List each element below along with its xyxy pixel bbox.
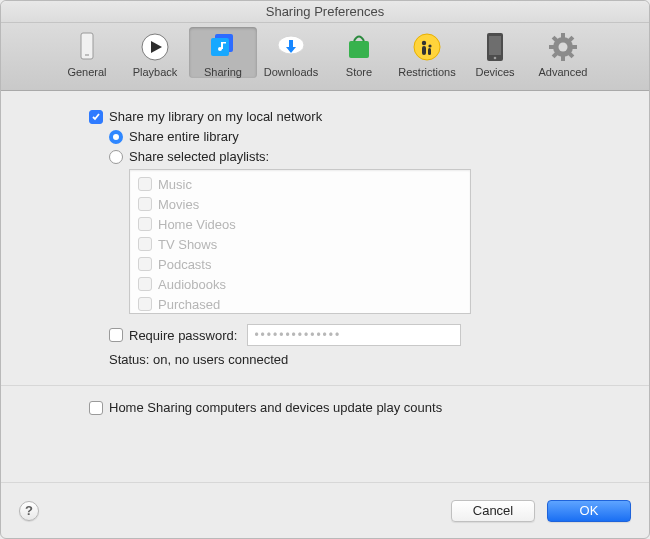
svg-rect-19	[489, 36, 501, 55]
playlist-label: Purchased	[158, 297, 220, 312]
playlist-label: Podcasts	[158, 257, 211, 272]
svg-rect-8	[222, 42, 226, 44]
radio-entire-row: Share entire library	[29, 129, 621, 144]
toolbar-item-store[interactable]: Store	[325, 27, 393, 78]
radio-selected-label: Share selected playlists:	[129, 149, 269, 164]
toolbar-item-advanced[interactable]: Advanced	[529, 27, 597, 78]
toolbar-label: Playback	[133, 66, 178, 78]
help-button[interactable]: ?	[19, 501, 39, 521]
playlist-list: Music Movies Home Videos TV Shows Podcas…	[129, 169, 471, 314]
playlist-label: Music	[158, 177, 192, 192]
share-library-row: Share my library on my local network	[29, 109, 621, 124]
share-library-label: Share my library on my local network	[109, 109, 322, 124]
preferences-window: Sharing Preferences General Playback	[0, 0, 650, 539]
toolbar-label: Devices	[475, 66, 514, 78]
gear-icon	[546, 30, 580, 64]
toolbar-item-restrictions[interactable]: Restrictions	[393, 27, 461, 78]
svg-point-15	[428, 44, 431, 47]
toolbar-item-general[interactable]: General	[53, 27, 121, 78]
svg-rect-17	[428, 48, 431, 55]
playlist-label: Home Videos	[158, 217, 236, 232]
password-input[interactable]	[247, 324, 461, 346]
playlist-checkbox	[138, 237, 152, 251]
playlist-item: Audiobooks	[138, 274, 462, 294]
toolbar: General Playback Sharing Downloads	[1, 23, 649, 91]
section-divider	[1, 385, 649, 386]
require-password-label: Require password:	[129, 328, 237, 343]
playlist-item: TV Shows	[138, 234, 462, 254]
share-library-checkbox[interactable]	[89, 110, 103, 124]
radio-entire[interactable]	[109, 130, 123, 144]
home-sharing-checkbox[interactable]	[89, 401, 103, 415]
home-sharing-row: Home Sharing computers and devices updat…	[29, 400, 621, 415]
general-icon	[70, 30, 104, 64]
radio-selected-row: Share selected playlists:	[29, 149, 621, 164]
store-icon	[342, 30, 376, 64]
toolbar-label: Advanced	[539, 66, 588, 78]
playlist-item: Purchased	[138, 294, 462, 314]
radio-selected-playlists[interactable]	[109, 150, 123, 164]
playlist-item: Music	[138, 174, 462, 194]
svg-rect-16	[422, 46, 426, 55]
toolbar-item-devices[interactable]: Devices	[461, 27, 529, 78]
playlist-checkbox	[138, 297, 152, 311]
playlist-checkbox	[138, 217, 152, 231]
svg-rect-1	[85, 54, 89, 56]
svg-rect-25	[572, 45, 577, 49]
svg-point-14	[422, 41, 426, 45]
svg-point-13	[414, 34, 440, 60]
content-pane: Share my library on my local network Sha…	[1, 91, 649, 482]
svg-rect-23	[561, 56, 565, 61]
playlist-checkbox	[138, 177, 152, 191]
download-icon	[274, 30, 308, 64]
require-password-checkbox[interactable]	[109, 328, 123, 342]
toolbar-item-playback[interactable]: Playback	[121, 27, 189, 78]
playlist-label: TV Shows	[158, 237, 217, 252]
toolbar-label: Downloads	[264, 66, 318, 78]
playlist-item: Movies	[138, 194, 462, 214]
radio-entire-label: Share entire library	[129, 129, 239, 144]
toolbar-label: Restrictions	[398, 66, 455, 78]
svg-rect-22	[561, 33, 565, 38]
svg-point-30	[559, 43, 568, 52]
playlist-checkbox	[138, 257, 152, 271]
footer: ? Cancel OK	[1, 482, 649, 538]
svg-point-20	[494, 57, 497, 60]
toolbar-label: Store	[346, 66, 372, 78]
svg-rect-12	[349, 41, 369, 58]
svg-rect-24	[549, 45, 554, 49]
sharing-icon	[206, 30, 240, 64]
cancel-button[interactable]: Cancel	[451, 500, 535, 522]
playlist-label: Audiobooks	[158, 277, 226, 292]
window-title: Sharing Preferences	[1, 1, 649, 23]
status-text: Status: on, no users connected	[29, 352, 621, 367]
devices-icon	[478, 30, 512, 64]
toolbar-item-sharing[interactable]: Sharing	[189, 27, 257, 78]
toolbar-label: Sharing	[204, 66, 242, 78]
play-icon	[138, 30, 172, 64]
toolbar-label: General	[67, 66, 106, 78]
ok-button[interactable]: OK	[547, 500, 631, 522]
playlist-checkbox	[138, 197, 152, 211]
require-password-row: Require password:	[29, 324, 621, 346]
toolbar-item-downloads[interactable]: Downloads	[257, 27, 325, 78]
svg-rect-10	[289, 40, 293, 48]
playlist-item: Podcasts	[138, 254, 462, 274]
playlist-item: Home Videos	[138, 214, 462, 234]
restrictions-icon	[410, 30, 444, 64]
playlist-label: Movies	[158, 197, 199, 212]
playlist-checkbox	[138, 277, 152, 291]
home-sharing-label: Home Sharing computers and devices updat…	[109, 400, 442, 415]
